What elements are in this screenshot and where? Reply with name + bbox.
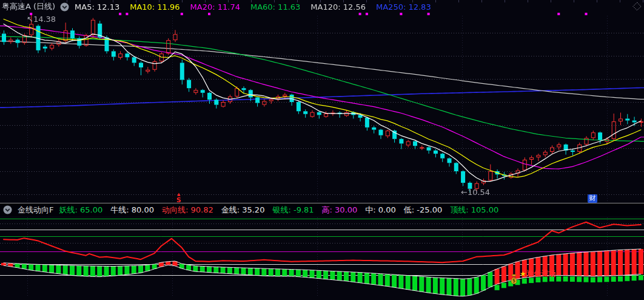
buy-signal: $ ★ 逢低进场 xyxy=(509,270,556,285)
indicator-title: 金线动向F xyxy=(18,205,53,216)
yaoxian-value: 妖线: 65.00 xyxy=(59,205,102,216)
ma60-value: MA60: 11.63 xyxy=(250,2,300,12)
jinxian-value: 金线: 35.20 xyxy=(221,205,265,216)
diamond-icon[interactable] xyxy=(632,2,642,11)
yinxian-value: 银线: -9.81 xyxy=(272,205,314,216)
dingxian-value: 顶线: 105.00 xyxy=(450,205,498,216)
ma20-value: MA20: 11.74 xyxy=(190,2,240,12)
low-price-label: ←10.54 xyxy=(461,188,490,197)
cai-news-badge[interactable]: 财 xyxy=(588,194,597,203)
gao-value: 高: 30.00 xyxy=(322,205,358,216)
buy-signal-text: 逢低进场 xyxy=(527,270,556,278)
star-icon: ★ xyxy=(520,270,526,278)
svg-text:$: $ xyxy=(512,278,516,284)
niuxian-value: 牛线: 80.00 xyxy=(110,205,154,216)
signal-s-marker: ▲ S xyxy=(175,193,183,203)
main-chart-header: 粤高速A (日线) MA5: 12.13 MA10: 11.96 MA20: 1… xyxy=(2,1,441,13)
chevron-down-icon[interactable] xyxy=(3,205,12,214)
stock-chart-window: 粤高速A (日线) MA5: 12.13 MA10: 11.96 MA20: 1… xyxy=(0,0,644,300)
ma250-value: MA250: 12.83 xyxy=(376,2,431,12)
chevron-down-icon[interactable] xyxy=(60,2,69,12)
indicator-header: 金线动向F 妖线: 65.00 牛线: 80.00 动向线: 90.82 金线:… xyxy=(0,203,644,216)
period-label: (日线) xyxy=(33,1,55,12)
chart-canvas[interactable] xyxy=(0,0,644,300)
dongxiang-value: 动向线: 90.82 xyxy=(162,205,213,216)
ma10-value: MA10: 11.96 xyxy=(130,2,179,12)
stock-title: 粤高速A xyxy=(2,1,31,12)
ma5-value: MA5: 12.13 xyxy=(75,2,119,12)
di-value: 低: -25.00 xyxy=(404,205,442,216)
ma120-value: MA120: 12.56 xyxy=(310,2,366,12)
zhong-value: 中: 0.00 xyxy=(365,205,395,216)
high-price-label: ↖14.38 xyxy=(27,15,56,24)
money-bag-icon: $ xyxy=(509,274,518,285)
